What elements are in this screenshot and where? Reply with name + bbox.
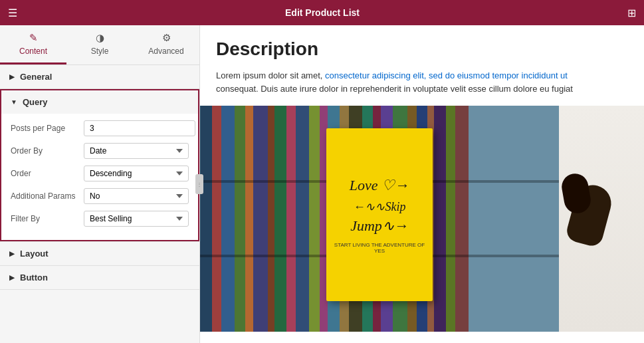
posts-per-page-label: Posts per Page <box>11 124 84 133</box>
book-library-image: Love ♡→←∿∿SkipJump∿→ START LIVING THE AD… <box>200 106 559 332</box>
posts-per-page-input[interactable] <box>84 120 195 136</box>
button-arrow-icon: ▶ <box>9 274 15 281</box>
general-section-label: General <box>20 72 52 82</box>
style-tab-icon: ◑ <box>96 32 104 44</box>
resize-handle[interactable]: ⋮ <box>195 174 203 194</box>
query-section-header[interactable]: ▼ Query <box>1 90 198 114</box>
order-by-select[interactable]: Date Title ID Random <box>84 143 189 159</box>
general-arrow-icon: ▶ <box>9 73 15 80</box>
right-panel: Description Lorem ipsum dolor sit amet, … <box>200 25 644 343</box>
filter-by-label: Filter By <box>11 214 84 223</box>
button-section-label: Button <box>20 273 48 283</box>
yellow-book: Love ♡→←∿∿SkipJump∿→ START LIVING THE AD… <box>326 128 433 301</box>
query-fields: Posts per Page Order By Date Title ID Ra… <box>1 114 198 240</box>
tab-style-label: Style <box>91 47 109 56</box>
additional-params-label: Additional Params <box>11 191 84 201</box>
description-title: Description <box>216 39 628 60</box>
tab-content[interactable]: ✎ Content <box>0 25 66 64</box>
order-select[interactable]: Descending Ascending <box>84 166 189 181</box>
filter-by-select[interactable]: Best Selling New Arrivals Featured <box>84 211 189 227</box>
header: ☰ Edit Product List ⊞ <box>0 0 644 25</box>
highlight-text: consectetur adipiscing elit, sed do eius… <box>325 70 568 80</box>
posts-per-page-row: Posts per Page <box>11 120 189 136</box>
layout-section-label: Layout <box>20 249 49 259</box>
content-tab-icon: ✎ <box>29 32 38 44</box>
layout-section-header[interactable]: ▶ Layout <box>0 242 199 266</box>
query-arrow-icon: ▼ <box>11 98 17 106</box>
left-panel: ✎ Content ◑ Style ⚙ Advanced ▶ General <box>0 25 200 343</box>
tab-advanced[interactable]: ⚙ Advanced <box>133 25 199 64</box>
description-text: Lorem ipsum dolor sit amet, consectetur … <box>216 69 628 95</box>
additional-params-row: Additional Params No Yes <box>11 188 189 204</box>
header-title: Edit Product List <box>285 7 360 18</box>
tab-content-label: Content <box>19 47 47 56</box>
layout-arrow-icon: ▶ <box>9 250 15 257</box>
image-row: Love ♡→←∿∿SkipJump∿→ START LIVING THE AD… <box>200 106 644 332</box>
bottom-sections: ▶ Layout ▶ Button <box>0 241 199 290</box>
query-section: ▼ Query Posts per Page Order By Date Ti <box>0 89 199 241</box>
hamburger-icon[interactable]: ☰ <box>8 7 17 19</box>
grid-icon[interactable]: ⊞ <box>627 7 636 19</box>
person-image <box>559 106 644 332</box>
order-row: Order Descending Ascending <box>11 166 189 181</box>
advanced-tab-icon: ⚙ <box>162 32 171 44</box>
additional-params-select[interactable]: No Yes <box>84 188 189 204</box>
filter-by-row: Filter By Best Selling New Arrivals Feat… <box>11 211 189 227</box>
panel-content: ▶ General ▼ Query Posts per Page <box>0 65 199 343</box>
tab-style[interactable]: ◑ Style <box>66 25 133 64</box>
main-layout: ✎ Content ◑ Style ⚙ Advanced ▶ General <box>0 25 644 343</box>
book-text: Love ♡→←∿∿SkipJump∿→ <box>350 175 409 237</box>
general-section-header[interactable]: ▶ General <box>0 65 199 89</box>
tabs-bar: ✎ Content ◑ Style ⚙ Advanced <box>0 25 199 65</box>
person-silhouette <box>559 106 644 332</box>
right-content: Description Lorem ipsum dolor sit amet, … <box>200 25 644 95</box>
order-by-row: Order By Date Title ID Random <box>11 143 189 159</box>
book-subtitle: START LIVING THE ADVENTURE OF YES <box>333 242 426 254</box>
tab-advanced-label: Advanced <box>148 47 183 56</box>
order-label: Order <box>11 169 84 178</box>
order-by-label: Order By <box>11 146 84 156</box>
query-section-label: Query <box>23 97 48 107</box>
button-section-header[interactable]: ▶ Button <box>0 266 199 290</box>
